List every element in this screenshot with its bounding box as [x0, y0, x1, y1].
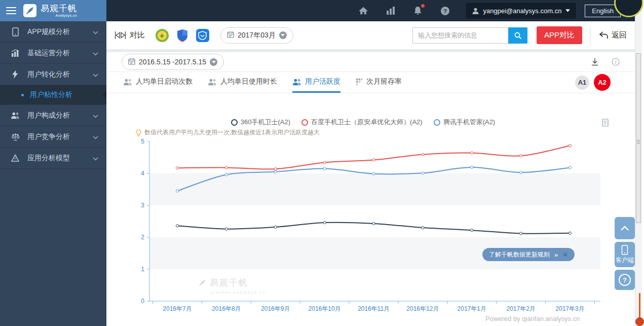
chart-icon: [10, 49, 20, 57]
update-rules-tooltip[interactable]: 了解千帆数据更新规则 » ✕: [482, 248, 575, 261]
data-point: [274, 168, 277, 170]
date-range-selector[interactable]: 2016.5.15 -2017.5.15: [122, 54, 224, 70]
data-point: [274, 226, 277, 228]
sidebar-subitem[interactable]: 用户粘性分析: [0, 85, 106, 105]
back-to-top-button[interactable]: [615, 217, 635, 239]
sidebar-item-scale[interactable]: 用户竞争分析: [0, 126, 106, 148]
app-icon-baidu[interactable]: [175, 28, 189, 42]
chevron-down-icon: [93, 28, 98, 36]
svg-text:5: 5: [141, 138, 144, 145]
chevron-down-icon: [93, 49, 98, 57]
top-bar: 易观千帆 Analysys.cn ? yangpei@analysys.com.…: [0, 0, 635, 21]
bullet-icon: [21, 94, 24, 96]
month-selector[interactable]: 2017年03月: [220, 27, 293, 44]
x-axis-label: 2016年10月: [309, 305, 341, 312]
legend-marker: [301, 119, 308, 126]
caret-down-icon: [565, 9, 570, 12]
notifications-bell-icon[interactable]: [412, 6, 424, 16]
app-badge-a2[interactable]: A2: [594, 74, 611, 91]
tab-1[interactable]: 人均单日使用时长: [208, 72, 277, 93]
grid-icon: [356, 78, 363, 85]
analytics-icon[interactable]: [385, 6, 396, 16]
app-compare-button[interactable]: APP对比: [537, 26, 582, 44]
svg-text:4: 4: [141, 170, 144, 177]
legend-item-1[interactable]: 百度手机卫士（原安卓优化大师）(A2): [301, 118, 423, 127]
chevron-down-icon: [93, 133, 98, 141]
x-axis-label: 2016年12月: [406, 305, 439, 312]
scrollbar-track[interactable]: [635, 0, 642, 326]
app-icon-s360[interactable]: +: [155, 28, 169, 42]
help-float-button[interactable]: ?: [615, 270, 635, 290]
users-icon: [208, 78, 217, 86]
data-point: [422, 227, 424, 229]
data-point: [569, 144, 571, 147]
legend-item-2[interactable]: 腾讯手机管家(A2): [434, 118, 496, 127]
app-icon-tencent[interactable]: [196, 28, 209, 42]
sidebar-item-phone[interactable]: APP规模分析: [0, 21, 106, 43]
compare-icon: [115, 31, 126, 40]
svg-text:0: 0: [141, 298, 144, 305]
search-icon: [514, 31, 522, 40]
info-icon[interactable]: i: [612, 58, 620, 66]
search-box: [412, 27, 527, 44]
tooltip-more-icon[interactable]: »: [554, 251, 558, 259]
chart-legend: 360手机卫士(A2)百度手机卫士（原安卓优化大师）(A2)腾讯手机管家(A2): [106, 118, 620, 127]
chevron-down-icon: [279, 31, 287, 39]
notification-dot: [421, 4, 425, 8]
compare-toggle[interactable]: 对比: [115, 30, 145, 40]
qianfan-dashboard: 易观千帆 Analysys.cn ? yangpei@analysys.com.…: [0, 0, 644, 326]
qianfan-logo[interactable]: [23, 4, 36, 17]
x-axis-label: 2016年9月: [261, 305, 290, 312]
svg-text:2: 2: [141, 234, 144, 241]
data-point: [372, 159, 375, 161]
data-point: [520, 155, 522, 157]
tab-2[interactable]: 用户活跃度: [292, 72, 340, 93]
x-axis-label: 2017年1月: [458, 305, 486, 312]
scrollbar-thumb[interactable]: [636, 53, 641, 223]
sidebar-item-users[interactable]: 用户构成分析: [0, 105, 106, 126]
legend-item-0[interactable]: 360手机卫士(A2): [231, 118, 290, 127]
search-button[interactable]: [508, 27, 527, 44]
tab-0[interactable]: 人均单日启动次数: [123, 72, 193, 93]
toolbar-divider: [590, 28, 591, 43]
watermark: 易观千帆 qianfan.analysys.cn: [198, 277, 266, 295]
data-view-icon[interactable]: [602, 119, 609, 129]
sidebar-item-bolt[interactable]: 用户转化分析: [0, 64, 106, 85]
download-icon[interactable]: [590, 57, 599, 66]
sidebar-item-chart[interactable]: 基础运营分析: [0, 43, 106, 64]
data-point: [323, 161, 326, 164]
x-axis-label: 2017年3月: [555, 305, 584, 312]
data-point: [422, 172, 424, 174]
home-icon[interactable]: [358, 6, 369, 16]
tab-3[interactable]: 次月留存率: [356, 72, 402, 93]
compared-apps: +: [155, 28, 209, 42]
back-label: 返回: [612, 30, 627, 40]
lightbulb-icon: [136, 129, 141, 136]
calendar-icon: [128, 58, 135, 66]
hamburger-menu-icon[interactable]: [6, 7, 16, 14]
data-point: [274, 170, 277, 173]
topbar-actions: ? yangpei@analysys.com.cn English: [342, 3, 635, 18]
mobile-client-button[interactable]: 客户端: [615, 242, 635, 267]
x-axis-label: 2016年7月: [163, 305, 192, 312]
user-account-menu[interactable]: yangpei@analysys.com.cn: [466, 3, 576, 18]
help-icon[interactable]: ?: [440, 6, 451, 16]
pointer-artifact-ball: [635, 317, 644, 326]
data-point: [569, 166, 571, 169]
search-input[interactable]: [412, 27, 508, 44]
sidebar-item-model[interactable]: 应用分析模型: [0, 148, 106, 169]
users-icon: [123, 78, 132, 86]
sidebar-menu: APP规模分析基础运营分析用户转化分析用户粘性分析用户构成分析用户竞争分析应用分…: [0, 21, 106, 169]
data-point: [569, 232, 571, 234]
data-point: [225, 166, 228, 169]
toolbar-gap: [106, 49, 635, 52]
chevron-down-icon: [93, 70, 98, 79]
analysis-panel: 2016.5.15 -2017.5.15 i 人均单日启动次数人均单日使用时长用…: [106, 52, 635, 326]
app-badge-a1[interactable]: A1: [575, 76, 589, 90]
pointer-artifact-line: [639, 293, 640, 320]
brand-subtitle: Analysys.cn: [41, 14, 77, 18]
tooltip-close-icon[interactable]: ✕: [562, 251, 568, 259]
back-button[interactable]: 返回: [599, 30, 627, 40]
watermark-subtitle: qianfan.analysys.cn: [211, 290, 266, 295]
brand-title: 易观千帆: [41, 4, 77, 13]
